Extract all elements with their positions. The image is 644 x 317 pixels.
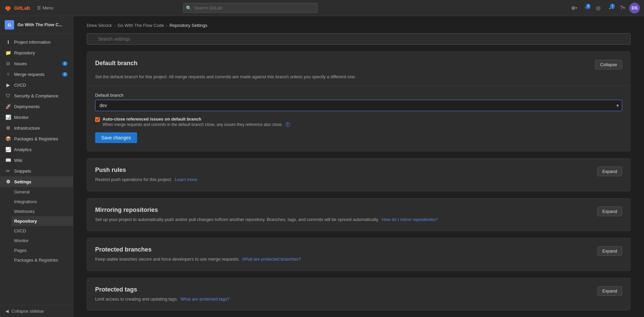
- hamburger-icon: ☰: [37, 5, 41, 10]
- sidebar-item-security[interactable]: 🛡 Security & Compliance: [0, 90, 73, 101]
- issues-icon-sidebar: ⊙: [5, 61, 11, 66]
- sub-item-webhooks[interactable]: Webhooks: [14, 207, 73, 216]
- sidebar-item-settings[interactable]: ⚙ Settings: [0, 176, 73, 187]
- protected-tags-title: Protected tags: [95, 286, 230, 293]
- push-rules-section: Push rules Restrict push operations for …: [87, 158, 631, 191]
- protected-branches-header-left: Protected branches Keep stable branches …: [95, 246, 301, 263]
- search-icon: 🔍: [186, 5, 192, 11]
- save-changes-button[interactable]: Save changes: [95, 132, 137, 143]
- mirroring-title: Mirroring repositories: [95, 207, 438, 214]
- breadcrumb: Drew Silcock › Go With The Flow Code › R…: [87, 23, 631, 28]
- sidebar-item-cicd[interactable]: ▶ CI/CD: [0, 80, 73, 90]
- branch-select[interactable]: dev main master: [95, 100, 622, 111]
- sidebar-item-infrastructure[interactable]: ⚙ Infrastructure: [0, 123, 73, 133]
- create-button[interactable]: ⊕ ▾: [569, 3, 579, 13]
- mr-badge-sidebar: 0: [62, 72, 68, 77]
- cicd-icon: ▶: [5, 82, 11, 88]
- breadcrumb-user[interactable]: Drew Silcock: [87, 23, 112, 28]
- merge-icon-sidebar: ⑂: [5, 72, 11, 77]
- sidebar-item-analytics[interactable]: 📈 Analytics: [0, 144, 73, 155]
- merge-requests-button[interactable]: ⑂ 9: [581, 3, 592, 13]
- main-content: Drew Silcock › Go With The Flow Code › R…: [73, 16, 644, 317]
- protected-branches-link[interactable]: What are protected branches?: [242, 257, 301, 262]
- info-icon: ℹ: [5, 39, 11, 45]
- deployments-icon: 🚀: [5, 104, 11, 109]
- protected-tags-header: Protected tags Limit access to creating …: [95, 286, 622, 303]
- todo-badge: 7: [610, 4, 615, 9]
- mirroring-expand-button[interactable]: Expand: [597, 207, 622, 216]
- sidebar-item-merge-requests[interactable]: ⑂ Merge requests 0: [0, 69, 73, 80]
- sub-item-pages[interactable]: Pages: [14, 245, 73, 255]
- sidebar-item-monitor[interactable]: 📊 Monitor: [0, 112, 73, 123]
- sidebar-item-issues[interactable]: ⊙ Issues 0: [0, 58, 73, 69]
- mirroring-header: Mirroring repositories Set up your proje…: [95, 207, 622, 223]
- mirroring-link[interactable]: How do I mirror repositories?: [382, 217, 438, 222]
- breadcrumb-current: Repository Settings: [169, 23, 207, 28]
- search-settings-input[interactable]: [87, 33, 631, 45]
- protected-branches-header: Protected branches Keep stable branches …: [95, 246, 622, 263]
- push-rules-learn-more[interactable]: Learn more.: [175, 177, 198, 182]
- default-branch-section: Default branch Collapse Set the default …: [87, 51, 631, 151]
- branch-select-wrap: dev main master ▾: [95, 100, 622, 111]
- default-branch-title: Default branch: [95, 60, 137, 67]
- collapse-button[interactable]: Collapse: [595, 60, 622, 70]
- sidebar-item-wiki[interactable]: 📖 Wiki: [0, 155, 73, 166]
- shield-icon: 🛡: [5, 93, 11, 98]
- help-icon-auto-close[interactable]: ?: [285, 122, 290, 127]
- push-rules-header-left: Push rules Restrict push operations for …: [95, 167, 198, 183]
- push-rules-title: Push rules: [95, 167, 198, 174]
- branch-label: Default branch: [95, 93, 622, 98]
- default-branch-body: Set the default branch for this project.…: [95, 74, 622, 143]
- sub-item-integrations[interactable]: Integrations: [14, 197, 73, 207]
- sidebar-project-header[interactable]: G Go With The Flow C...: [0, 16, 73, 34]
- sidebar-item-deployments[interactable]: 🚀 Deployments: [0, 101, 73, 112]
- protected-tags-desc: Limit access to creating and updating ta…: [95, 296, 230, 303]
- sub-item-cicd[interactable]: CI/CD: [14, 226, 73, 236]
- page-layout: G Go With The Flow C... ℹ Project inform…: [0, 16, 644, 317]
- sidebar-item-snippets[interactable]: ✂ Snippets: [0, 166, 73, 176]
- push-rules-desc: Restrict push operations for this projec…: [95, 176, 198, 183]
- sub-item-general[interactable]: General: [14, 187, 73, 197]
- analytics-icon: 📈: [5, 147, 11, 152]
- gitlab-wordmark: GitLab: [14, 5, 30, 11]
- sidebar-item-project-info[interactable]: ℹ Project information: [0, 37, 73, 47]
- sidebar-item-repository[interactable]: 📁 Repository: [0, 47, 73, 58]
- protected-branches-title: Protected branches: [95, 246, 301, 253]
- default-branch-header: Default branch Collapse: [95, 60, 622, 70]
- auto-close-checkbox[interactable]: [95, 117, 100, 122]
- sidebar-item-packages[interactable]: 📦 Packages & Registries: [0, 133, 73, 144]
- protected-branches-expand-button[interactable]: Expand: [597, 246, 622, 256]
- push-rules-header: Push rules Restrict push operations for …: [95, 167, 622, 183]
- sub-item-monitor[interactable]: Monitor: [14, 236, 73, 245]
- issues-icon: ◎: [596, 5, 601, 11]
- breadcrumb-sep-1: ›: [114, 23, 115, 28]
- collapse-sidebar-button[interactable]: ◀ Collapse sidebar: [0, 305, 73, 317]
- gitlab-logo[interactable]: GitLab: [4, 4, 30, 12]
- sub-item-repository[interactable]: Repository: [11, 216, 73, 226]
- project-name: Go With The Flow C...: [17, 22, 62, 28]
- auto-close-sub-text: When merge requests and commits in the d…: [103, 122, 290, 127]
- protected-tags-expand-button[interactable]: Expand: [597, 286, 622, 296]
- protected-branches-section: Protected branches Keep stable branches …: [87, 238, 631, 271]
- auto-close-row: Auto-close referenced issues on default …: [95, 117, 622, 127]
- protected-tags-link[interactable]: What are protected tags?: [180, 297, 230, 302]
- mirroring-header-left: Mirroring repositories Set up your proje…: [95, 207, 438, 223]
- help-button[interactable]: ? ▾: [617, 3, 628, 13]
- auto-close-label[interactable]: Auto-close referenced issues on default …: [103, 117, 290, 127]
- user-avatar[interactable]: DS: [629, 3, 640, 13]
- repository-icon: 📁: [5, 50, 11, 55]
- breadcrumb-project[interactable]: Go With The Flow Code: [117, 23, 164, 28]
- search-input[interactable]: [183, 3, 318, 13]
- push-rules-expand-button[interactable]: Expand: [597, 167, 622, 176]
- sidebar: G Go With The Flow C... ℹ Project inform…: [0, 16, 73, 317]
- todo-button[interactable]: ✓ 7: [605, 3, 616, 13]
- sub-item-packages-registries[interactable]: Packages & Registries: [14, 255, 73, 265]
- mr-badge: 9: [586, 4, 591, 9]
- infrastructure-icon: ⚙: [5, 125, 11, 131]
- packages-icon: 📦: [5, 136, 11, 141]
- issues-button[interactable]: ◎: [593, 3, 604, 13]
- topnav: GitLab ☰ Menu 🔍 ⊕ ▾ ⑂ 9 ◎ ✓ 7 ? ▾ DS: [0, 0, 644, 16]
- help-icon: ?: [620, 5, 623, 11]
- wiki-icon: 📖: [5, 157, 11, 163]
- menu-button[interactable]: ☰ Menu: [34, 4, 56, 12]
